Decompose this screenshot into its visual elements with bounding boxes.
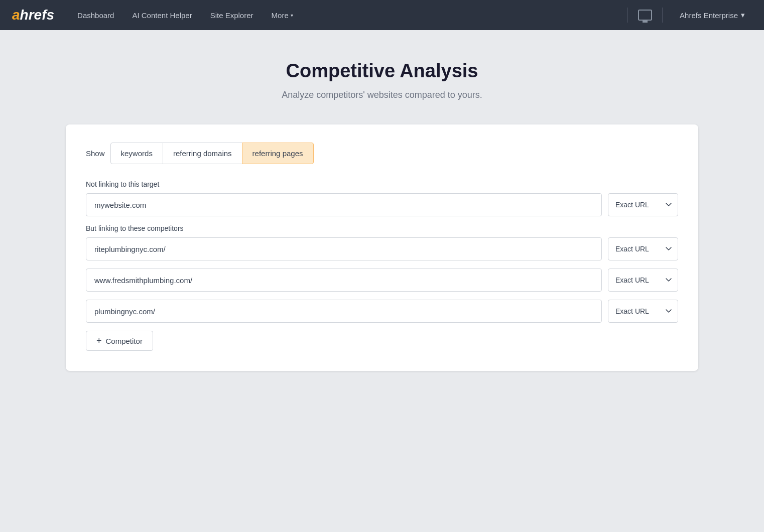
monitor-icon[interactable]: [638, 10, 652, 21]
nav-enterprise[interactable]: Ahrefs Enterprise ▾: [673, 7, 752, 24]
nav-more-menu[interactable]: More ▾: [265, 7, 300, 24]
nav-dashboard[interactable]: Dashboard: [70, 7, 121, 24]
card: Show keywords referring domains referrin…: [66, 124, 698, 371]
enterprise-label: Ahrefs Enterprise: [680, 11, 738, 20]
competitor-row-2: Exact URL Domain Prefix Path: [86, 269, 678, 292]
competitor-url-type-select-1[interactable]: Exact URL Domain Prefix Path: [608, 237, 678, 260]
logo-hrefs: hrefs: [20, 8, 54, 22]
show-row: Show keywords referring domains referrin…: [86, 143, 678, 164]
target-url-type-select[interactable]: Exact URL Domain Prefix Path: [608, 193, 678, 216]
competitor-url-type-select-3[interactable]: Exact URL Domain Prefix Path: [608, 300, 678, 323]
main-content: Competitive Analysis Analyze competitors…: [0, 30, 764, 391]
nav-divider-2: [662, 8, 663, 23]
chevron-down-icon-enterprise: ▾: [741, 11, 745, 20]
add-competitor-label: Competitor: [106, 337, 143, 345]
tab-keywords[interactable]: keywords: [110, 143, 163, 164]
tab-referring-pages[interactable]: referring pages: [242, 143, 314, 164]
page-subtitle: Analyze competitors' websites compared t…: [282, 90, 482, 100]
navbar: ahrefs Dashboard AI Content Helper Site …: [0, 0, 764, 30]
competitor-url-input-1[interactable]: [86, 237, 602, 260]
target-label: Not linking to this target: [86, 180, 678, 188]
competitor-url-input-3[interactable]: [86, 300, 602, 323]
page-title: Competitive Analysis: [286, 60, 478, 82]
nav-divider: [627, 8, 628, 23]
logo-a: a: [12, 8, 20, 22]
nav-site-explorer[interactable]: Site Explorer: [203, 7, 261, 24]
competitors-section: But linking to these competitors Exact U…: [86, 224, 678, 351]
nav-more-label: More: [272, 11, 289, 20]
competitor-row-1: Exact URL Domain Prefix Path: [86, 237, 678, 260]
plus-icon: +: [96, 336, 102, 345]
add-competitor-button[interactable]: + Competitor: [86, 331, 153, 351]
competitor-row-3: Exact URL Domain Prefix Path: [86, 300, 678, 323]
nav-ai-content-helper[interactable]: AI Content Helper: [125, 7, 199, 24]
competitors-label: But linking to these competitors: [86, 224, 678, 232]
target-input-row: Exact URL Domain Prefix Path: [86, 193, 678, 216]
logo[interactable]: ahrefs: [12, 8, 54, 22]
competitor-url-type-select-2[interactable]: Exact URL Domain Prefix Path: [608, 269, 678, 292]
tab-referring-domains[interactable]: referring domains: [163, 143, 242, 164]
target-url-input[interactable]: [86, 193, 602, 216]
chevron-down-icon: ▾: [291, 13, 293, 18]
competitor-url-input-2[interactable]: [86, 269, 602, 292]
show-label: Show: [86, 149, 105, 158]
